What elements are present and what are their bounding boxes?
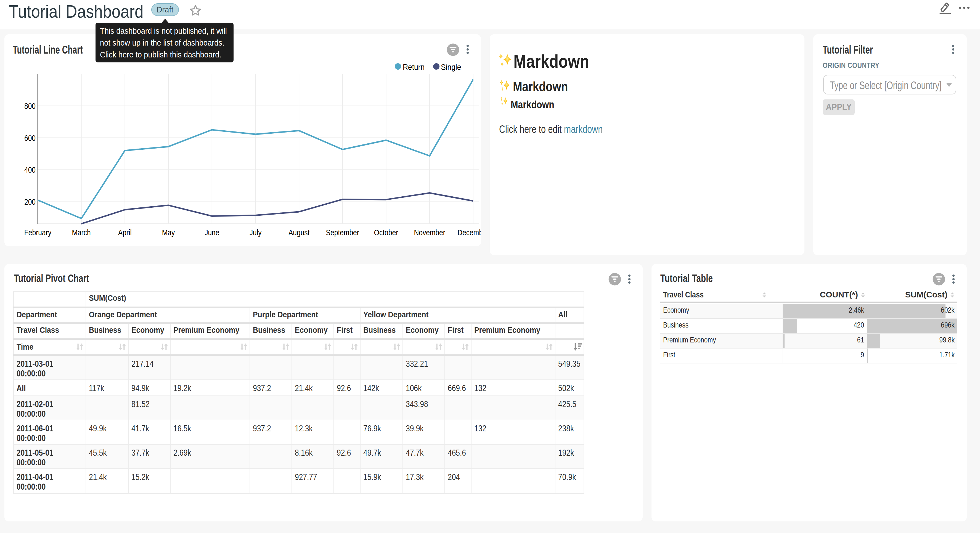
svg-text:May: May	[162, 228, 175, 237]
svg-text:August: August	[288, 228, 310, 237]
svg-text:July: July	[250, 228, 262, 237]
svg-text:600: 600	[24, 133, 36, 142]
svg-text:November: November	[414, 228, 445, 237]
svg-text:June: June	[205, 228, 219, 237]
svg-text:March: March	[72, 228, 91, 237]
svg-text:800: 800	[24, 101, 36, 110]
svg-text:February: February	[24, 228, 51, 237]
svg-text:200: 200	[24, 197, 36, 206]
svg-text:April: April	[118, 228, 132, 237]
svg-text:400: 400	[24, 165, 36, 174]
svg-text:October: October	[374, 228, 398, 237]
svg-text:September: September	[326, 228, 359, 237]
svg-text:December: December	[457, 228, 481, 237]
